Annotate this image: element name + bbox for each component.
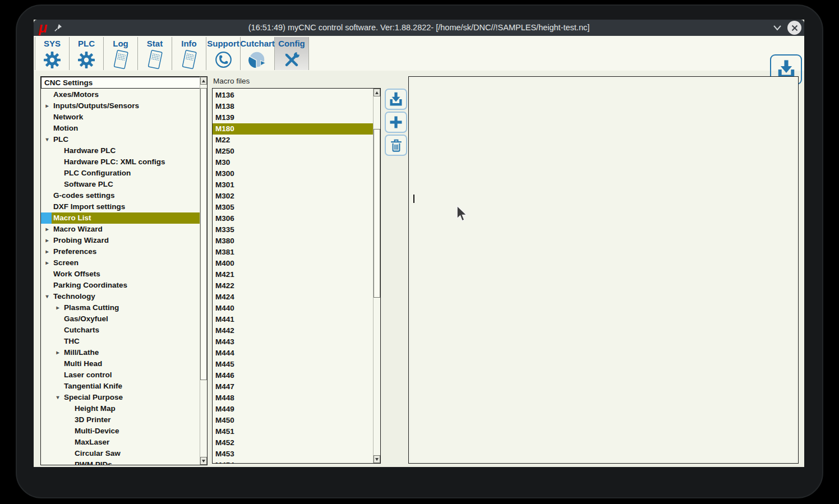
scrollbar-thumb[interactable] <box>200 88 207 380</box>
macro-file-item[interactable]: M138 <box>213 101 373 112</box>
tree-item[interactable]: DXF Import settings <box>41 201 200 212</box>
macro-editor[interactable] <box>413 79 796 461</box>
expand-icon[interactable]: ▸ <box>44 100 50 112</box>
tree-item[interactable]: ▾ Special Purpose <box>41 392 200 403</box>
tree-item[interactable]: 3D Printer <box>41 414 200 426</box>
toolbar-tab[interactable]: Support <box>206 37 241 70</box>
macro-file-item[interactable]: M442 <box>213 325 373 336</box>
macro-file-item[interactable]: M306 <box>213 213 373 224</box>
tree-item[interactable]: Motion <box>41 123 200 134</box>
add-macro-button[interactable] <box>385 112 407 133</box>
macro-scrollbar[interactable] <box>373 89 380 463</box>
tree-item[interactable]: Macro List <box>41 212 200 224</box>
expand-icon[interactable]: ▸ <box>54 347 61 358</box>
expand-icon[interactable]: ▸ <box>54 302 61 313</box>
tree-item[interactable]: Gas/Oxyfuel <box>41 313 200 325</box>
scroll-down-button[interactable] <box>200 457 207 465</box>
tree-item[interactable]: Height Map <box>41 403 200 414</box>
macro-file-item[interactable]: M424 <box>213 292 373 303</box>
toolbar-tab[interactable]: PLC <box>70 37 104 70</box>
tree-item[interactable]: Tangential Knife <box>41 381 200 392</box>
tree-item[interactable]: Circular Saw <box>41 448 200 459</box>
toolbar-tab[interactable]: Info <box>172 37 206 70</box>
macro-file-item[interactable]: M139 <box>213 112 373 123</box>
macro-file-item[interactable]: M443 <box>213 336 373 348</box>
macro-file-item[interactable]: M301 <box>213 179 373 191</box>
macro-file-item[interactable]: M250 <box>213 146 373 157</box>
tree-item[interactable]: G-codes settings <box>41 190 200 201</box>
macro-file-item[interactable]: M22 <box>213 135 373 146</box>
macro-file-item[interactable]: M300 <box>213 168 373 179</box>
macro-file-item[interactable]: M444 <box>213 348 373 359</box>
macro-file-item[interactable]: M421 <box>213 269 373 280</box>
macro-file-item[interactable]: M441 <box>213 314 373 325</box>
tree-item[interactable]: Software PLC <box>41 179 200 190</box>
macro-file-item[interactable]: M445 <box>213 359 373 370</box>
expand-icon[interactable]: ▸ <box>44 224 50 235</box>
tree-item[interactable]: Hardware PLC: XML configs <box>41 156 200 168</box>
scroll-up-button[interactable] <box>200 77 207 85</box>
close-button[interactable] <box>787 21 801 35</box>
tree-item[interactable]: ▸ Probing Wizard <box>41 235 200 246</box>
delete-macro-button[interactable] <box>385 135 407 156</box>
tree-item[interactable]: Multi-Device <box>41 426 200 437</box>
tree-item[interactable]: ▸ Mill/Lathe <box>41 347 200 358</box>
tree-item[interactable]: Work Offsets <box>41 269 200 280</box>
macro-file-item[interactable]: M450 <box>213 415 373 426</box>
macro-file-item[interactable]: M448 <box>213 392 373 404</box>
macro-file-item[interactable]: M380 <box>213 235 373 247</box>
macro-file-item[interactable]: M449 <box>213 404 373 415</box>
scroll-down-button[interactable] <box>374 455 380 463</box>
tree-item[interactable]: PWM PIDs <box>41 459 200 465</box>
expand-icon[interactable]: ▾ <box>44 134 50 145</box>
tree-item[interactable]: Laser control <box>41 369 200 381</box>
expand-icon[interactable]: ▾ <box>54 392 61 403</box>
macro-file-item[interactable]: M136 <box>213 90 373 101</box>
toolbar-tab[interactable]: SYS <box>35 37 70 70</box>
tree-item[interactable]: Axes/Motors <box>41 89 200 100</box>
macro-file-item[interactable]: M180 <box>213 123 373 135</box>
tree-item[interactable]: ▸ Screen <box>41 257 200 269</box>
macro-file-item[interactable]: M400 <box>213 258 373 269</box>
expand-icon[interactable]: ▸ <box>44 235 50 246</box>
tree-item[interactable]: MaxLaser <box>41 437 200 448</box>
tree-item[interactable]: ▾ PLC <box>41 134 200 145</box>
expand-icon[interactable]: ▸ <box>44 257 50 269</box>
tree-item[interactable]: Hardware PLC <box>41 145 200 156</box>
expand-icon[interactable]: ▸ <box>44 246 50 257</box>
macro-file-item[interactable]: M447 <box>213 381 373 392</box>
macro-file-item[interactable]: M453 <box>213 448 373 460</box>
scrollbar-thumb[interactable] <box>374 129 380 298</box>
toolbar-tab[interactable]: Stat <box>138 37 172 70</box>
macro-file-item[interactable]: M302 <box>213 191 373 202</box>
expand-icon[interactable]: ▾ <box>44 291 50 302</box>
macro-file-item[interactable]: M381 <box>213 247 373 258</box>
toolbar-tab[interactable]: Cutchart <box>241 37 275 70</box>
tree-item[interactable]: ▸ Macro Wizard <box>41 224 200 235</box>
tree-item[interactable]: ▾ Technology <box>41 291 200 302</box>
tree-item[interactable]: Multi Head <box>41 358 200 369</box>
macro-file-item[interactable]: M452 <box>213 437 373 448</box>
tree-item[interactable]: PLC Configuration <box>41 168 200 179</box>
tree-item[interactable]: ▸ Preferences <box>41 246 200 257</box>
toolbar-tab[interactable]: Log <box>104 37 138 70</box>
tree-item[interactable]: Parking Coordinates <box>41 280 200 291</box>
tree-item[interactable]: ▸ Plasma Cutting <box>41 302 200 313</box>
shade-button[interactable] <box>773 24 782 31</box>
save-macro-button[interactable] <box>385 89 407 110</box>
macro-file-item[interactable]: M305 <box>213 202 373 213</box>
tree-item[interactable]: THC <box>41 336 200 347</box>
tree-item[interactable]: ▸ Inputs/Outputs/Sensors <box>41 100 200 112</box>
macro-file-item[interactable]: M440 <box>213 303 373 314</box>
tree-scrollbar[interactable] <box>200 77 207 465</box>
macro-file-item[interactable]: M335 <box>213 224 373 235</box>
toolbar-tab[interactable]: Config <box>275 37 309 70</box>
macro-file-item[interactable]: M446 <box>213 370 373 381</box>
macro-file-item[interactable]: M30 <box>213 157 373 168</box>
macro-file-item[interactable]: M451 <box>213 426 373 437</box>
tree-item[interactable]: Network <box>41 112 200 123</box>
titlebar[interactable]: μ (16:51:49) myCNC control software. Ver… <box>34 20 804 36</box>
macro-file-item[interactable]: M454 <box>213 460 373 463</box>
tree-item[interactable]: Cutcharts <box>41 325 200 336</box>
macro-file-item[interactable]: M422 <box>213 280 373 292</box>
